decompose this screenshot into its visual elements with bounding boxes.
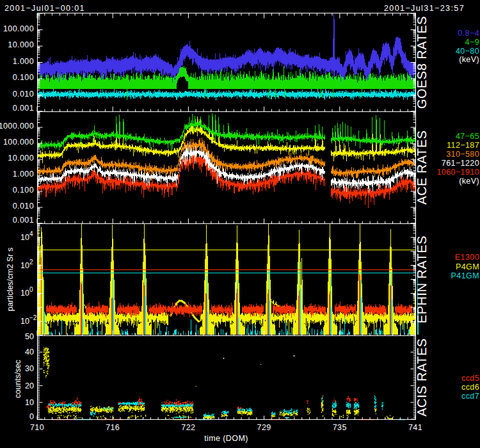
svg-text:ACE RATES: ACE RATES [415,130,429,204]
svg-text:1060−1910: 1060−1910 [436,168,479,177]
svg-text:20: 20 [25,381,34,390]
svg-text:10: 10 [20,233,29,242]
svg-text:(keV): (keV) [459,177,479,186]
svg-text:2: 2 [29,259,33,266]
svg-text:710: 710 [30,423,44,432]
svg-text:ACIS RATES: ACIS RATES [415,338,429,416]
svg-text:0.8−4: 0.8−4 [458,29,479,38]
svg-text:0.001: 0.001 [13,216,34,225]
svg-text:10: 10 [20,261,29,270]
svg-text:4−9: 4−9 [465,38,479,47]
svg-text:1.000: 1.000 [13,170,34,179]
svg-text:ccd7: ccd7 [461,392,479,401]
svg-text:112−187: 112−187 [447,141,479,150]
svg-text:10: 10 [20,289,29,298]
svg-text:2001−Jul31−23:57: 2001−Jul31−23:57 [384,4,465,13]
svg-text:P41GM: P41GM [451,271,479,280]
svg-text:0.001: 0.001 [13,104,34,113]
svg-text:40−80: 40−80 [456,47,479,56]
svg-text:10.000: 10.000 [8,154,34,163]
svg-text:time (DOM): time (DOM) [204,434,248,443]
svg-text:735: 735 [333,423,347,432]
svg-text:−2: −2 [29,314,37,321]
svg-text:30: 30 [25,364,34,373]
svg-text:E1300: E1300 [455,253,479,262]
svg-text:0: 0 [29,286,33,293]
svg-text:761−1220: 761−1220 [442,159,479,168]
svg-text:10: 10 [25,398,34,407]
svg-text:(keV): (keV) [459,55,479,64]
svg-text:0.010: 0.010 [13,90,34,99]
svg-text:0: 0 [29,412,34,421]
svg-text:741: 741 [408,423,422,432]
svg-text:2001−Jul01−00:01: 2001−Jul01−00:01 [4,4,85,13]
svg-text:counts/sec: counts/sec [13,360,22,398]
svg-text:4: 4 [29,230,33,237]
svg-text:50: 50 [25,332,34,341]
svg-text:0.010: 0.010 [13,202,34,211]
svg-text:1000.000: 1000.000 [0,122,34,131]
svg-text:10: 10 [20,317,29,326]
svg-text:722: 722 [181,423,195,432]
svg-text:47−65: 47−65 [456,132,479,141]
svg-text:1.000: 1.000 [13,57,34,66]
svg-text:10.000: 10.000 [8,40,34,49]
svg-text:40: 40 [25,348,34,356]
svg-text:0.100: 0.100 [13,73,34,82]
svg-text:EPHIN RATES: EPHIN RATES [415,236,429,323]
svg-text:310−580: 310−580 [446,150,479,159]
svg-text:100.000: 100.000 [3,138,34,147]
svg-text:716: 716 [106,423,120,432]
svg-text:P4GM: P4GM [456,262,479,271]
svg-text:particles/cm2 Sr s: particles/cm2 Sr s [6,248,15,311]
svg-text:0.100: 0.100 [13,186,34,195]
svg-text:GOES8 RATES: GOES8 RATES [415,16,429,109]
svg-text:ccd5: ccd5 [461,374,479,383]
svg-text:729: 729 [257,423,271,432]
svg-text:100.000: 100.000 [3,24,34,33]
svg-text:ccd6: ccd6 [461,383,479,392]
